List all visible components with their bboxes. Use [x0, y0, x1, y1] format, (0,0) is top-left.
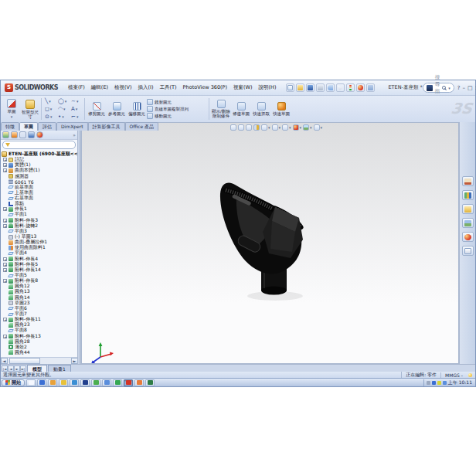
tree-item[interactable]: 圓角23 — [2, 322, 77, 328]
tree-item[interactable]: 平面6 — [2, 306, 77, 311]
trim-entities-button[interactable]: 修剪圖元 — [87, 97, 107, 121]
tree-item[interactable]: +附料-伸長8 — [2, 278, 77, 284]
appearance-button[interactable] — [356, 83, 365, 92]
expand-icon[interactable]: + — [3, 224, 7, 228]
menu-item-8[interactable]: 說明(H) — [256, 83, 280, 93]
internet-taskbar-button[interactable] — [113, 379, 122, 386]
minimize-button[interactable]: – — [462, 84, 465, 92]
tree-item[interactable]: +附料-伸長11 — [2, 317, 77, 322]
point-tool[interactable]: •▾ — [56, 113, 70, 121]
notepad-taskbar-button[interactable] — [26, 379, 36, 386]
tree-item[interactable]: +附料-旋轉2 — [2, 223, 77, 229]
tab-DimXpert[interactable]: DimXpert — [56, 122, 88, 131]
excel-taskbar-button[interactable] — [145, 379, 155, 386]
spline-tool[interactable]: ~▾ — [70, 97, 83, 105]
view-orientation-button[interactable]: ▾ — [261, 124, 270, 131]
tree-item[interactable]: 圓角28 — [2, 339, 77, 345]
edit-appearance-button[interactable]: ▾ — [293, 124, 302, 131]
tree-item[interactable]: 平面3 — [2, 229, 77, 234]
apply-scene-button[interactable]: ▾ — [303, 124, 312, 131]
custom-properties-button[interactable] — [462, 246, 474, 256]
command-search-box[interactable]: 搜尋指令 ▾ — [423, 83, 454, 93]
panel-scrollbar-horizontal[interactable]: ◄ ► — [1, 357, 78, 364]
open-button[interactable] — [296, 83, 304, 92]
expand-icon[interactable]: + — [3, 318, 7, 321]
media-player-taskbar-button[interactable] — [70, 379, 79, 386]
menu-item-3[interactable]: 檢視(V) — [111, 83, 135, 93]
zoom-fit-button[interactable] — [230, 124, 236, 131]
tree-item[interactable]: 平面4 — [2, 250, 77, 256]
new-button[interactable] — [286, 83, 294, 92]
tree-item[interactable]: 6061 T6 — [2, 179, 77, 185]
start-button[interactable]: 開始 — [2, 379, 25, 386]
tab-草圖[interactable]: 草圖 — [19, 122, 38, 131]
display-manager-tab[interactable] — [36, 131, 43, 138]
chrome-taskbar-button[interactable] — [91, 379, 100, 386]
stacked-button-3[interactable]: 移動圖元 — [147, 113, 207, 119]
app-window-blue-taskbar-button[interactable] — [37, 379, 46, 386]
tree-item[interactable]: 使用曲面除料1 — [2, 245, 77, 250]
tree-item[interactable]: 草圖23 — [2, 301, 77, 306]
volume-icon[interactable] — [437, 381, 441, 385]
select-button[interactable] — [336, 83, 345, 92]
rapid-button[interactable]: 快速草圖 — [271, 97, 291, 121]
relations-button[interactable]: 顯示/刪除限制條件 — [211, 97, 231, 121]
expand-icon[interactable]: + — [3, 268, 7, 272]
fillet-tool[interactable]: ⌐▾ — [70, 113, 83, 121]
section-view-button[interactable] — [253, 124, 260, 131]
expand-icon[interactable]: + — [3, 158, 7, 162]
app-navy-taskbar-button[interactable] — [80, 379, 90, 386]
expand-icon[interactable]: + — [3, 168, 7, 172]
ellipse-tool[interactable]: ⊙▾ — [43, 113, 56, 121]
resources-button[interactable] — [462, 176, 474, 186]
search-scope-icon[interactable] — [427, 85, 433, 91]
graphics-area[interactable]: ▾▾▾▾▾▾ — [81, 122, 459, 364]
menu-item-1[interactable]: 檔案(F) — [65, 83, 88, 93]
zoom-area-button[interactable] — [238, 124, 244, 131]
sketch-button[interactable]: 草圖 ▾ — [2, 97, 21, 121]
viewset-button[interactable] — [366, 83, 375, 92]
menu-item-5[interactable]: 工具(T) — [157, 83, 180, 93]
configuration-manager-tab[interactable] — [19, 131, 26, 138]
display-style-button[interactable]: ▾ — [272, 124, 281, 131]
tree-item[interactable]: 右基準面 — [2, 196, 77, 201]
network-icon[interactable] — [432, 381, 436, 385]
expand-icon[interactable]: + — [3, 219, 7, 223]
design-library-button[interactable] — [462, 190, 474, 200]
scroll-right-icon[interactable]: ► — [71, 358, 78, 364]
tree-item[interactable]: 薄殼2 — [2, 345, 77, 350]
expand-icon[interactable]: + — [3, 257, 7, 261]
save-button[interactable] — [306, 83, 314, 92]
scroll-left-icon[interactable]: ◄ — [1, 358, 8, 364]
search-icon[interactable] — [442, 86, 446, 90]
undo-button[interactable] — [326, 83, 335, 92]
menu-item-2[interactable]: 編輯(E) — [88, 83, 111, 93]
expand-icon[interactable]: + — [3, 263, 7, 267]
tree-item[interactable]: 感測器 — [2, 173, 77, 178]
line-tool[interactable]: ╲▾ — [43, 97, 56, 105]
part-model-view[interactable] — [82, 123, 459, 364]
appearances-button[interactable] — [462, 232, 474, 242]
rebuild-button[interactable] — [346, 83, 355, 92]
messenger-taskbar-button[interactable] — [134, 379, 144, 386]
expand-icon[interactable]: + — [3, 207, 7, 211]
search-caret-icon[interactable]: ▾ — [448, 86, 450, 90]
solidworks-app-taskbar-button[interactable] — [124, 379, 133, 386]
expand-icon[interactable]: + — [3, 335, 7, 338]
rectangle-tool[interactable]: ◻▾ — [43, 105, 56, 113]
expand-icon[interactable]: + — [3, 163, 7, 167]
tree-item[interactable]: +伸長1 — [2, 206, 77, 212]
tree-item[interactable]: 平面5 — [2, 273, 77, 278]
help-button[interactable]: ? — [457, 84, 461, 92]
tree-item[interactable]: 原點 — [2, 201, 77, 206]
tree-root-item[interactable]: ETEN-基座類 (6900-基座類<<6900-基座類 — [2, 151, 77, 157]
circle-tool[interactable]: ◯▾ — [56, 97, 70, 105]
restore-button[interactable]: □ — [468, 84, 473, 92]
tree-item[interactable]: 前基準面 — [2, 185, 77, 190]
view-palette-button[interactable] — [462, 218, 474, 228]
hide-show-items-button[interactable]: ▾ — [282, 124, 291, 131]
panel-chevron-icon[interactable]: » — [73, 132, 76, 138]
view-settings-button[interactable]: ▾ — [314, 124, 323, 131]
text-tool[interactable]: A▾ — [70, 105, 83, 113]
feature-manager-tab[interactable] — [2, 131, 9, 138]
